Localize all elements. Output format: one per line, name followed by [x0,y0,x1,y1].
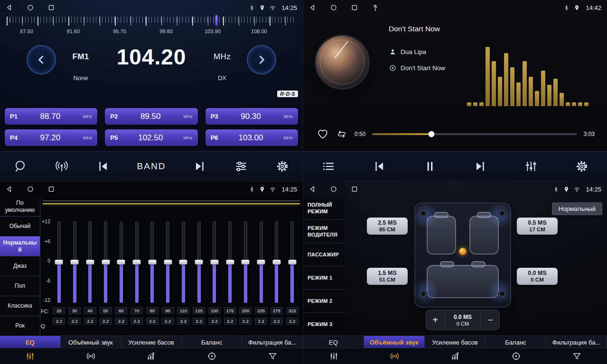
eq-preset-item[interactable]: Классика [0,296,40,316]
tab-bass-boost[interactable]: Усиление басов [121,336,182,348]
back-button[interactable] [6,185,13,193]
recents-button[interactable] [47,185,55,193]
seek-bar[interactable] [372,133,577,135]
eq-slider-thumb[interactable] [272,260,280,264]
tab-icon-bass-boost[interactable] [425,348,486,364]
eq-band-slider[interactable] [269,221,285,303]
tab-balance[interactable]: Баланс [182,336,243,348]
home-button[interactable] [330,4,337,11]
eq-slider-thumb[interactable] [102,260,110,264]
tab-surround[interactable]: Объёмный звук [364,336,425,348]
recents-button[interactable] [351,185,358,193]
tune-down-button[interactable] [28,46,55,73]
tab-surround[interactable]: Объёмный звук [61,336,121,348]
tab-filter[interactable]: Фильтрация ба... [546,336,607,348]
eq-slider-thumb[interactable] [257,260,265,264]
tab-icon-eq[interactable] [303,348,364,364]
band-button[interactable]: BAND [137,161,166,172]
search-stations-icon[interactable] [13,159,28,173]
tab-icon-surround[interactable] [364,348,425,364]
eq-preset-item[interactable]: Поп [0,276,40,296]
preset-button[interactable]: P6103.00MHz [205,129,298,146]
stage-mode-item[interactable]: ПАССАЖИР [303,243,345,266]
eq-band-slider[interactable] [145,221,160,303]
eq-slider-thumb[interactable] [226,260,234,264]
eq-slider-thumb[interactable] [288,260,296,264]
tab-balance[interactable]: Баланс [486,336,546,348]
mixer-faders-icon[interactable] [524,159,538,173]
eq-band-slider[interactable] [191,221,207,303]
eq-band-slider[interactable] [253,221,269,303]
eq-band-slider[interactable] [238,221,253,303]
eq-band-slider[interactable] [67,221,83,303]
back-button[interactable] [309,185,317,193]
previous-track-icon[interactable] [372,159,386,173]
repeat-icon[interactable] [336,128,348,140]
eq-band-slider[interactable] [129,221,145,303]
next-station-icon[interactable] [193,159,207,173]
favorite-heart-icon[interactable] [317,128,329,140]
eq-band-slider[interactable] [83,221,98,303]
listening-position-marker[interactable] [459,248,467,255]
front-right-delay[interactable]: 0.5 MS 17 CM [517,218,558,235]
previous-station-icon[interactable] [96,159,110,173]
progress-thumb[interactable] [429,131,435,137]
eq-preset-item[interactable]: Джаз [0,256,40,276]
back-button[interactable] [6,4,13,11]
decrease-delay-button[interactable]: − [481,309,500,330]
stage-preset-button[interactable]: Нормальный [552,202,602,215]
eq-band-slider[interactable] [207,221,223,303]
tab-icon-filter[interactable] [546,348,607,364]
frequency-scale[interactable]: 87.5091.6095.7099.80103.90108.00 [7,17,296,38]
home-button[interactable] [27,4,34,11]
stage-mode-item[interactable]: РЕЖИМ 1 [303,266,345,290]
eq-slider-thumb[interactable] [86,260,94,264]
settings-gear-icon[interactable] [575,159,589,173]
eq-slider-thumb[interactable] [55,260,63,264]
eq-band-slider[interactable] [284,221,300,303]
eq-slider-thumb[interactable] [164,260,172,264]
tab-icon-eq[interactable] [0,348,61,364]
stage-mode-item[interactable]: РЕЖИМ 3 [303,313,345,336]
eq-preset-item[interactable]: По умолчанию [0,197,40,217]
tab-eq[interactable]: EQ [303,336,364,348]
eq-slider-thumb[interactable] [210,260,218,264]
eq-slider-thumb[interactable] [133,260,141,264]
tune-up-button[interactable] [248,46,275,73]
tab-eq[interactable]: EQ [0,336,61,348]
preset-button[interactable]: P497.20MHz [5,129,97,146]
stage-mode-item[interactable]: РЕЖИМ ВОДИТЕЛЯ [303,220,345,243]
eq-band-slider[interactable] [176,221,191,303]
tab-icon-filter[interactable] [242,348,303,364]
eq-preset-item[interactable]: Рок [0,316,40,336]
eq-band-slider[interactable] [113,221,129,303]
home-button[interactable] [330,185,337,193]
tab-icon-surround[interactable] [61,348,121,364]
eq-slider-thumb[interactable] [195,260,203,264]
broadcast-scan-icon[interactable] [55,159,69,173]
eq-slider-thumb[interactable] [179,260,187,264]
rear-left-delay[interactable]: 1.5 MS 51 CM [367,268,408,285]
preset-button[interactable]: P5102.50MHz [105,129,197,146]
preset-button[interactable]: P390.30MHz [205,108,298,125]
tab-icon-balance[interactable] [486,348,546,364]
back-button[interactable] [309,4,317,11]
increase-delay-button[interactable]: + [426,309,445,330]
tab-bass-boost[interactable]: Усиление басов [425,336,486,348]
recents-button[interactable] [351,4,358,11]
eq-band-slider[interactable] [160,221,176,303]
eq-band-slider[interactable] [51,221,67,303]
preset-button[interactable]: P188.70MHz [5,108,97,125]
equalizer-shortcut-icon[interactable] [234,159,248,173]
tab-icon-balance[interactable] [182,348,243,364]
eq-band-slider[interactable] [222,221,238,303]
stage-mode-item[interactable]: РЕЖИМ 2 [303,290,345,313]
tab-filter[interactable]: Фильтрация ба... [242,336,303,348]
eq-slider-thumb[interactable] [71,260,79,264]
front-left-delay[interactable]: 2.5 MS 85 CM [367,218,408,235]
preset-button[interactable]: P289.50MHz [105,108,197,125]
settings-gear-icon[interactable] [275,159,289,173]
rear-right-delay[interactable]: 0.0 MS 0 CM [517,268,558,285]
home-button[interactable] [27,185,34,193]
eq-preset-item[interactable]: Нормальный [0,237,40,256]
